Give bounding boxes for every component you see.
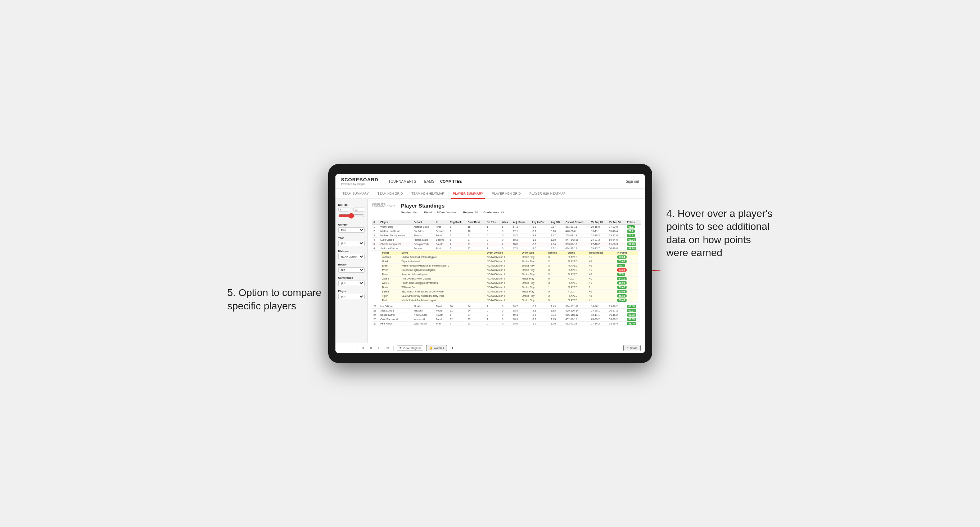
points-badge[interactable]: 60.49 bbox=[627, 243, 636, 246]
share-button[interactable]: ↗ Share bbox=[623, 345, 640, 351]
table-row[interactable]: 2 Michael La Sasso Ole Miss Second 1 18 … bbox=[372, 229, 641, 233]
conference-select[interactable]: (All) bbox=[338, 281, 364, 286]
view-original-button[interactable]: 👁 View: Original bbox=[397, 345, 423, 351]
event-cell-points[interactable]: 67.5 bbox=[616, 272, 637, 277]
event-cell-points[interactable]: 30.47 bbox=[616, 285, 637, 290]
filter-gender: Gender: Men bbox=[401, 211, 418, 214]
event-cell-type: Stroke Play bbox=[520, 285, 547, 290]
forward-button[interactable]: → bbox=[348, 346, 354, 350]
watch-icon: 🔔 bbox=[429, 346, 433, 350]
cell-player: Michael Thorbjornsen bbox=[379, 233, 412, 238]
event-cell-points[interactable]: 20.64 bbox=[616, 255, 637, 259]
sub-nav-player-h2h-grid[interactable]: PLAYER H2H GRID bbox=[490, 189, 522, 199]
cell-vs25: 27-10-2 bbox=[590, 242, 608, 246]
event-cell-type: Stroke Play bbox=[520, 268, 547, 272]
event-cell-points[interactable]: 73.33 bbox=[616, 268, 637, 272]
table-row[interactable]: 4 Luke Claton Florida State Second 5 27 … bbox=[372, 238, 641, 242]
undo-button[interactable]: ↩ bbox=[377, 346, 382, 350]
sub-nav-player-h2h-heatmap[interactable]: PLAYER H2H HEATMAP bbox=[528, 189, 567, 199]
timer-button[interactable]: ⏱ bbox=[385, 346, 390, 350]
copy-button[interactable]: ⧉ bbox=[369, 346, 374, 351]
region-select[interactable]: N/A bbox=[338, 267, 364, 273]
event-cell-points[interactable]: 53.60 bbox=[616, 259, 637, 264]
division-select[interactable]: NCAA Division I bbox=[338, 254, 364, 259]
table-row[interactable]: 23 Jack Lundin Missouri Fourth 11 24 0 0… bbox=[372, 309, 641, 313]
cell-points[interactable]: 58.18 bbox=[625, 246, 640, 251]
points-badge[interactable]: 70.2 bbox=[627, 234, 635, 237]
points-badge[interactable]: 58.18 bbox=[627, 247, 636, 250]
event-cell-event: Fallen Oak Collegiate Invitational bbox=[400, 281, 485, 285]
table-row[interactable]: 25 Cole Sherwood Vanderbilt Fourth 12 23… bbox=[372, 317, 641, 322]
download-button[interactable]: ⬇ bbox=[450, 346, 455, 350]
no-rds-slider[interactable] bbox=[338, 213, 364, 219]
event-cell-points[interactable]: 24.11 bbox=[616, 277, 637, 281]
player-select[interactable]: (All) bbox=[338, 294, 364, 299]
event-col-type: Event Type bbox=[520, 251, 547, 255]
col-points: Points bbox=[625, 220, 640, 225]
event-cell-player: Matti bbox=[381, 298, 400, 303]
event-cell-rank: +0 bbox=[588, 272, 616, 277]
eye-icon: 👁 bbox=[399, 346, 402, 350]
points-badge[interactable]: 60.02 bbox=[627, 313, 636, 317]
col-rank: # bbox=[372, 220, 379, 225]
event-cell-rank: +0 bbox=[588, 259, 616, 264]
cell-points[interactable]: 60.58 bbox=[625, 304, 640, 309]
watch-button[interactable]: 🔔 Watch ▾ bbox=[426, 345, 447, 351]
event-cell-points[interactable]: 16.92 bbox=[616, 281, 637, 285]
event-cell-status: PLAYED bbox=[566, 281, 587, 285]
event-cell-status: PLAYED bbox=[566, 285, 587, 290]
back-button[interactable]: ← bbox=[340, 346, 345, 350]
event-cell-rank: +0 bbox=[588, 264, 616, 268]
event-cell-rounds: 3 bbox=[547, 268, 566, 272]
event-cell-points[interactable]: 56.38 bbox=[616, 294, 637, 298]
sub-nav-team-h2h-heatmap[interactable]: TEAM H2H HEATMAP bbox=[410, 189, 445, 199]
cell-yr: First bbox=[434, 246, 449, 251]
no-rds-to-input[interactable] bbox=[353, 208, 364, 211]
points-badge[interactable]: 60.58 bbox=[627, 305, 636, 308]
table-row[interactable]: 3 Michael Thorbjornsen Stanford Fourth 1… bbox=[372, 233, 641, 238]
sub-nav-team-summary[interactable]: TEAM SUMMARY bbox=[341, 189, 370, 199]
sidebar-gender: Gender Men Women bbox=[338, 223, 364, 233]
points-badge[interactable]: 68.94 bbox=[627, 238, 636, 241]
points-badge[interactable]: 58.49 bbox=[627, 322, 636, 325]
event-table: Player Event Event Division Event Type R… bbox=[381, 251, 638, 303]
cell-points[interactable]: 70.2 bbox=[625, 233, 640, 238]
cell-vs25: 24-31-3 bbox=[590, 238, 608, 242]
cell-points[interactable]: 76.2 bbox=[625, 229, 640, 233]
table-row[interactable]: 1 Wenyi Ding Arizona State First 1 15 1 … bbox=[372, 225, 641, 229]
nav-committee[interactable]: COMMITTEE bbox=[440, 178, 462, 185]
cell-points[interactable]: 60.49 bbox=[625, 242, 640, 246]
table-row[interactable]: 6 Jackson Koiron Auburn First 2 27 1 0 6… bbox=[372, 246, 641, 251]
nav-teams[interactable]: TEAMS bbox=[422, 178, 434, 185]
table-row[interactable]: 22 Ian Gilligan Florida Third 10 24 1 0 … bbox=[372, 304, 641, 309]
cell-rank: 5 bbox=[372, 242, 379, 246]
cell-points[interactable]: 58.49 bbox=[625, 322, 640, 326]
table-row[interactable]: 26 Petr Hruby Washington Fifth 7 23 0 0 … bbox=[372, 322, 641, 326]
gender-select[interactable]: Men Women bbox=[338, 227, 364, 233]
cell-points[interactable]: 60.27 bbox=[625, 309, 640, 313]
refresh-button[interactable]: ↺ bbox=[360, 346, 366, 350]
points-badge[interactable]: 60.27 bbox=[627, 309, 636, 312]
sub-nav-team-h2h-grid[interactable]: TEAM H2H GRID bbox=[376, 189, 404, 199]
points-badge[interactable]: 68.2 bbox=[627, 225, 635, 229]
event-cell-points[interactable]: 66.40 bbox=[616, 298, 637, 303]
points-badge[interactable]: 59.95 bbox=[627, 317, 636, 321]
nav-tournaments[interactable]: TOURNAMENTS bbox=[388, 178, 416, 185]
cell-points[interactable]: 59.95 bbox=[625, 317, 640, 322]
cell-points[interactable]: 68.2 bbox=[625, 225, 640, 229]
year-select[interactable]: (All) bbox=[338, 241, 364, 246]
points-badge[interactable]: 76.2 bbox=[627, 230, 635, 233]
table-row[interactable]: 5 Christo Lamprecht Georgia Tech Fourth … bbox=[372, 242, 641, 246]
event-cell-points[interactable]: 25.98 bbox=[616, 290, 637, 294]
cell-reg-rank: 1 bbox=[449, 313, 466, 317]
no-rds-from-input[interactable] bbox=[338, 208, 349, 211]
sub-nav-player-summary[interactable]: PLAYER SUMMARY bbox=[451, 189, 484, 199]
cell-adj-score: 69.4 bbox=[511, 313, 530, 317]
sign-out[interactable]: Sign out bbox=[626, 179, 639, 183]
cell-points[interactable]: 68.94 bbox=[625, 238, 640, 242]
event-cell-rounds: 3 bbox=[547, 264, 566, 268]
event-cell-points[interactable]: 40.7 bbox=[616, 264, 637, 268]
table-row[interactable]: 24 Bastien Amat New Mexico Fourth 1 27 2… bbox=[372, 313, 641, 317]
no-rds-range: – bbox=[338, 208, 364, 211]
cell-points[interactable]: 60.02 bbox=[625, 313, 640, 317]
